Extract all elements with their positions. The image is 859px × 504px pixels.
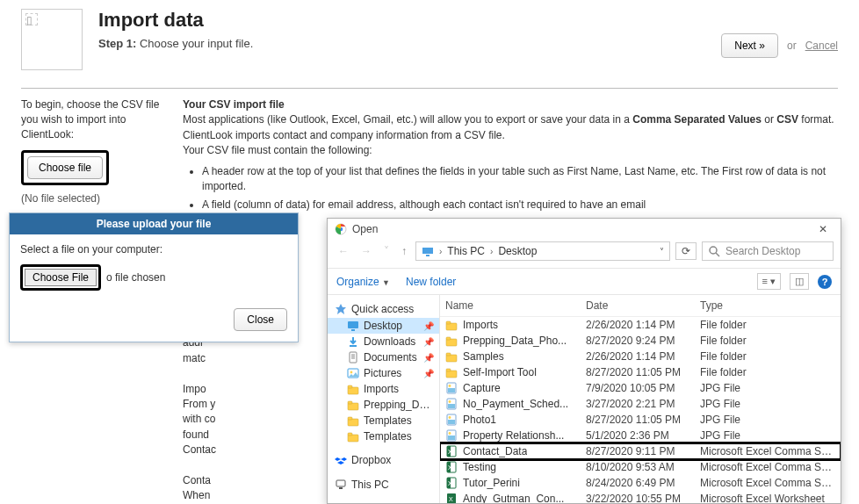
file-date: 8/24/2020 6:49 PM	[586, 477, 700, 489]
close-button[interactable]: Close	[234, 308, 287, 331]
file-type: JPG File	[700, 414, 835, 426]
file-type: JPG File	[700, 398, 835, 410]
folder-icon	[445, 319, 458, 331]
file-date: 3/27/2020 2:21 PM	[586, 398, 700, 410]
requirement-2: A field (column of data) for email addre…	[202, 198, 838, 212]
folder-icon	[347, 383, 359, 395]
refresh-icon[interactable]: ⟳	[675, 242, 697, 260]
breadcrumb-desktop[interactable]: Desktop	[498, 245, 537, 257]
pin-icon: 📌	[423, 369, 434, 378]
file-type: Microsoft Excel Comma Separated Values F	[700, 477, 835, 489]
side-imports[interactable]: Imports	[328, 381, 439, 397]
desktop-icon	[347, 320, 359, 332]
csv-icon	[445, 477, 458, 489]
next-button[interactable]: Next »	[721, 33, 778, 58]
broken-image-icon: ▯	[25, 13, 38, 25]
file-name: Photo1	[463, 414, 496, 426]
breadcrumb[interactable]: › This PC › Desktop ˅	[415, 241, 670, 261]
csv-icon	[445, 461, 458, 473]
file-row[interactable]: Contact_Data8/27/2020 9:11 PMMicrosoft E…	[440, 443, 841, 459]
open-dialog-title: Open	[352, 223, 378, 235]
requirement-1: A header row at the top of your list tha…	[202, 164, 838, 195]
pin-icon: 📌	[423, 321, 434, 331]
file-name: Tutor_Perini	[463, 477, 520, 489]
file-type: Microsoft Excel Worksheet	[700, 493, 835, 503]
file-row[interactable]: Imports2/26/2020 1:14 PMFile folder	[440, 317, 841, 333]
jpg-icon	[445, 429, 458, 442]
choose-file-button-dialog[interactable]: Choose File	[25, 269, 97, 286]
search-icon	[708, 245, 720, 257]
dropbox-icon	[335, 454, 347, 466]
file-name: Samples	[463, 350, 504, 363]
pc-icon	[335, 479, 347, 491]
cancel-link[interactable]: Cancel	[805, 40, 838, 52]
side-templates-1[interactable]: Templates	[328, 413, 439, 428]
file-row[interactable]: Testing8/10/2020 9:53 AMMicrosoft Excel …	[440, 459, 841, 475]
file-date: 8/27/2020 9:24 PM	[586, 335, 700, 347]
side-templates-2[interactable]: Templates	[328, 428, 439, 444]
breadcrumb-thispc[interactable]: This PC	[447, 245, 485, 257]
new-folder-button[interactable]: New folder	[406, 276, 456, 288]
file-name: Andy_Gutman_Con...	[463, 493, 564, 503]
side-prepping[interactable]: Prepping_Data_P…	[328, 397, 439, 413]
side-this-pc[interactable]: This PC	[328, 476, 439, 493]
side-downloads[interactable]: Downloads📌	[328, 334, 439, 349]
open-dialog-sidebar: Quick access Desktop📌 Downloads📌 Documen…	[328, 295, 440, 503]
file-date: 5/1/2020 2:36 PM	[586, 429, 700, 442]
download-icon	[347, 335, 359, 348]
file-name: Testing	[463, 461, 496, 473]
side-dropbox[interactable]: Dropbox	[328, 451, 439, 469]
search-input[interactable]: Search Desktop	[702, 241, 834, 261]
close-icon[interactable]: ✕	[812, 223, 834, 235]
file-name: Property Relationsh...	[463, 429, 564, 442]
side-pictures[interactable]: Pictures📌	[328, 365, 439, 381]
file-type: JPG File	[700, 382, 835, 394]
csv-body: Most applications (like Outlook, Excel, …	[183, 112, 838, 143]
organize-menu[interactable]: Organize ▼	[336, 276, 390, 288]
file-row[interactable]: Capture7/9/2020 10:05 PMJPG File	[440, 380, 841, 396]
choose-file-highlight-dialog: Choose File	[20, 264, 101, 291]
folder-icon	[347, 414, 359, 427]
file-row[interactable]: Andy_Gutman_Con...3/22/2020 10:55 PMMicr…	[440, 491, 841, 503]
upload-dialog-title: Please upload your file	[10, 213, 298, 234]
file-name: Contact_Data	[463, 445, 527, 457]
jpg-icon	[445, 398, 458, 410]
csv-icon	[445, 445, 458, 457]
file-row[interactable]: Tutor_Perini8/24/2020 6:49 PMMicrosoft E…	[440, 475, 841, 491]
jpg-icon	[445, 382, 458, 394]
upload-dialog-prompt: Select a file on your computer:	[20, 243, 287, 256]
file-name: Self-Import Tool	[463, 366, 537, 378]
file-type: File folder	[700, 335, 835, 347]
pin-icon: 📌	[423, 337, 434, 347]
xlsx-icon	[445, 493, 458, 503]
view-details-icon[interactable]: ≡ ▾	[757, 273, 781, 290]
or-text: or	[787, 40, 797, 52]
file-date: 2/26/2020 1:14 PM	[586, 350, 700, 363]
file-name: No_Payment_Sched...	[463, 398, 568, 410]
file-date: 8/27/2020 9:11 PM	[586, 445, 700, 457]
file-row[interactable]: Samples2/26/2020 1:14 PMFile folder	[440, 349, 841, 364]
divider	[21, 88, 838, 89]
file-type: Microsoft Excel Comma Separated Values F	[700, 461, 835, 473]
breadcrumb-expand-icon[interactable]: ˅	[660, 247, 664, 256]
col-date[interactable]: Date	[586, 299, 700, 312]
file-type: File folder	[700, 366, 835, 378]
file-row[interactable]: No_Payment_Sched...3/27/2020 2:21 PMJPG …	[440, 396, 841, 412]
side-documents[interactable]: Documents📌	[328, 349, 439, 365]
help-icon[interactable]: ?	[818, 275, 832, 289]
file-row[interactable]: Prepping_Data_Pho...8/27/2020 9:24 PMFil…	[440, 333, 841, 349]
file-name: Imports	[463, 319, 498, 331]
file-row[interactable]: Self-Import Tool8/27/2020 11:05 PMFile f…	[440, 364, 841, 380]
pc-icon	[422, 245, 434, 257]
choose-file-button[interactable]: Choose file	[27, 156, 103, 179]
file-date: 3/22/2020 10:55 PM	[586, 493, 700, 503]
nav-up-icon[interactable]: ↑	[398, 245, 410, 257]
col-type[interactable]: Type	[700, 299, 835, 312]
file-row[interactable]: Photo18/27/2020 11:05 PMJPG File	[440, 412, 841, 428]
file-row[interactable]: Property Relationsh...5/1/2020 2:36 PMJP…	[440, 428, 841, 443]
file-date: 8/27/2020 11:05 PM	[586, 366, 700, 378]
view-panes-icon[interactable]: ◫	[790, 273, 809, 290]
side-quick-access[interactable]: Quick access	[328, 300, 439, 318]
col-name[interactable]: Name	[445, 299, 586, 312]
side-desktop[interactable]: Desktop📌	[328, 318, 439, 334]
